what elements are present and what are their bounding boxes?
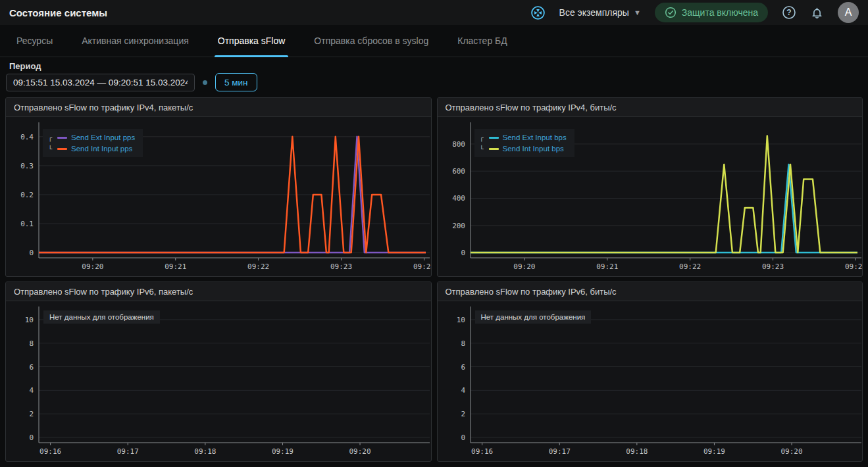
instances-label: Все экземпляры bbox=[559, 7, 629, 18]
svg-text:0: 0 bbox=[29, 249, 34, 257]
svg-text:09:21: 09:21 bbox=[165, 262, 186, 271]
svg-text:10: 10 bbox=[25, 316, 34, 324]
chart-ipv4-pps: 00.10.20.30.409:2009:2109:2209:2309:24┌S… bbox=[6, 117, 431, 276]
panel-title: Отправлено sFlow по трафику IPv6, пакеты… bbox=[6, 282, 431, 301]
svg-text:6: 6 bbox=[29, 363, 34, 372]
legend-bracket: └ bbox=[48, 145, 53, 153]
legend-label: Send Int Input pps bbox=[71, 145, 132, 153]
svg-text:09:18: 09:18 bbox=[194, 447, 216, 456]
no-data-message: Нет данных для отображения bbox=[43, 310, 160, 324]
legend-swatch bbox=[57, 148, 67, 150]
legend-swatch bbox=[489, 137, 499, 139]
page-title: Состояние системы bbox=[9, 7, 107, 18]
tabbar: Ресурсы Активная синхронизация Отправка … bbox=[0, 25, 868, 57]
chart-ipv6-bps: 024681009:1609:1709:1809:1909:20Нет данн… bbox=[438, 301, 863, 461]
tab-active-sync[interactable]: Активная синхронизация bbox=[78, 25, 192, 57]
svg-text:09:22: 09:22 bbox=[679, 262, 701, 271]
legend-label: Send Ext Input bps bbox=[503, 134, 567, 141]
tab-sflow[interactable]: Отправка sFlow bbox=[215, 25, 289, 57]
svg-text:09:20: 09:20 bbox=[82, 262, 103, 271]
chevron-down-icon: ▼ bbox=[634, 9, 641, 16]
svg-text:09:17: 09:17 bbox=[117, 447, 139, 456]
svg-text:09:23: 09:23 bbox=[330, 262, 352, 271]
legend-bracket: ┌ bbox=[48, 134, 53, 141]
chart-ipv6-pps: 024681009:1609:1709:1809:1909:20Нет данн… bbox=[6, 301, 431, 461]
help-icon[interactable]: ? bbox=[782, 5, 796, 20]
crosshair-icon[interactable] bbox=[530, 5, 546, 20]
tab-syslog[interactable]: Отправка сбросов в syslog bbox=[311, 25, 432, 57]
svg-text:800: 800 bbox=[452, 140, 465, 149]
panel-ipv6-pps: Отправлено sFlow по трафику IPv6, пакеты… bbox=[5, 282, 432, 462]
panel-title: Отправлено sFlow по трафику IPv4, биты/с bbox=[438, 98, 863, 117]
svg-text:6: 6 bbox=[461, 363, 465, 372]
legend-label: Send Ext Input pps bbox=[71, 134, 135, 141]
panel-ipv6-bps: Отправлено sFlow по трафику IPv6, биты/с… bbox=[437, 282, 863, 462]
legend-item: ┌Send Ext Input pps bbox=[48, 134, 135, 141]
svg-text:8: 8 bbox=[29, 339, 34, 348]
svg-text:09:23: 09:23 bbox=[762, 262, 784, 271]
svg-text:0: 0 bbox=[461, 433, 465, 442]
period-controls: 5 мин bbox=[6, 73, 257, 91]
svg-text:200: 200 bbox=[452, 222, 465, 230]
chart-canvas: 024681009:1609:1709:1809:1909:20 bbox=[6, 301, 431, 461]
svg-text:09:24: 09:24 bbox=[413, 262, 431, 271]
chart-legend: ┌Send Ext Input bps└Send Int Input bps bbox=[474, 129, 574, 157]
svg-text:0.1: 0.1 bbox=[20, 220, 34, 228]
svg-text:09:18: 09:18 bbox=[626, 447, 648, 456]
panel-title: Отправлено sFlow по трафику IPv4, пакеты… bbox=[6, 98, 431, 117]
svg-text:09:17: 09:17 bbox=[548, 447, 570, 456]
chart-panels-grid: Отправлено sFlow по трафику IPv4, пакеты… bbox=[5, 97, 863, 462]
period-separator-dot bbox=[203, 80, 207, 85]
svg-text:400: 400 bbox=[452, 194, 465, 203]
header-actions: Все экземпляры ▼ Защита включена ? A bbox=[530, 2, 859, 23]
period-label: Период bbox=[9, 61, 41, 71]
svg-text:4: 4 bbox=[461, 386, 465, 395]
svg-text:09:16: 09:16 bbox=[471, 447, 493, 456]
svg-text:0.2: 0.2 bbox=[20, 191, 34, 199]
chart-legend: ┌Send Ext Input pps└Send Int Input pps bbox=[43, 129, 143, 157]
legend-bracket: ┌ bbox=[480, 134, 485, 141]
panel-ipv4-pps: Отправлено sFlow по трафику IPv4, пакеты… bbox=[5, 97, 432, 277]
svg-text:0: 0 bbox=[461, 249, 465, 257]
svg-text:09:20: 09:20 bbox=[780, 447, 802, 456]
svg-text:09:24: 09:24 bbox=[844, 262, 862, 271]
svg-text:09:21: 09:21 bbox=[596, 262, 618, 271]
svg-text:0.3: 0.3 bbox=[20, 162, 34, 170]
chart-canvas: 024681009:1609:1709:1809:1909:20 bbox=[438, 301, 863, 461]
svg-text:09:20: 09:20 bbox=[349, 447, 370, 456]
svg-text:8: 8 bbox=[461, 339, 465, 348]
legend-swatch bbox=[489, 148, 499, 150]
protection-status-text: Защита включена bbox=[682, 7, 758, 18]
avatar[interactable]: A bbox=[838, 2, 859, 23]
panel-title: Отправлено sFlow по трафику IPv6, биты/с bbox=[438, 282, 863, 301]
legend-swatch bbox=[57, 137, 67, 139]
tab-db-cluster[interactable]: Кластер БД bbox=[454, 25, 511, 57]
legend-item: ┌Send Ext Input bps bbox=[480, 134, 567, 141]
check-circle-icon bbox=[665, 7, 677, 18]
svg-text:0: 0 bbox=[29, 433, 34, 442]
svg-text:600: 600 bbox=[452, 167, 465, 176]
svg-text:09:22: 09:22 bbox=[247, 262, 269, 271]
svg-text:10: 10 bbox=[456, 316, 465, 324]
legend-bracket: └ bbox=[480, 145, 485, 153]
legend-label: Send Int Input bps bbox=[503, 145, 564, 153]
tab-resources[interactable]: Ресурсы bbox=[13, 25, 56, 57]
svg-text:09:19: 09:19 bbox=[703, 447, 725, 456]
period-range-input[interactable] bbox=[6, 74, 195, 91]
panel-ipv4-bps: Отправлено sFlow по трафику IPv4, биты/с… bbox=[437, 97, 863, 277]
interval-button[interactable]: 5 мин bbox=[215, 73, 257, 91]
svg-text:09:19: 09:19 bbox=[272, 447, 294, 456]
svg-text:09:16: 09:16 bbox=[39, 447, 61, 456]
svg-text:4: 4 bbox=[29, 386, 34, 395]
legend-item: └Send Int Input pps bbox=[48, 145, 135, 153]
protection-status-badge[interactable]: Защита включена bbox=[655, 3, 768, 22]
chart-ipv4-bps: 020040060080009:2009:2109:2209:2309:24┌S… bbox=[438, 117, 863, 276]
instances-dropdown[interactable]: Все экземпляры ▼ bbox=[559, 7, 641, 18]
app-header: Состояние системы Все экземпляры ▼ За bbox=[0, 0, 868, 25]
svg-text:2: 2 bbox=[461, 410, 465, 418]
no-data-message: Нет данных для отображения bbox=[475, 310, 592, 324]
svg-text:0.4: 0.4 bbox=[20, 133, 34, 141]
svg-text:2: 2 bbox=[29, 410, 34, 418]
avatar-letter: A bbox=[845, 7, 852, 18]
bell-icon[interactable] bbox=[810, 6, 824, 20]
